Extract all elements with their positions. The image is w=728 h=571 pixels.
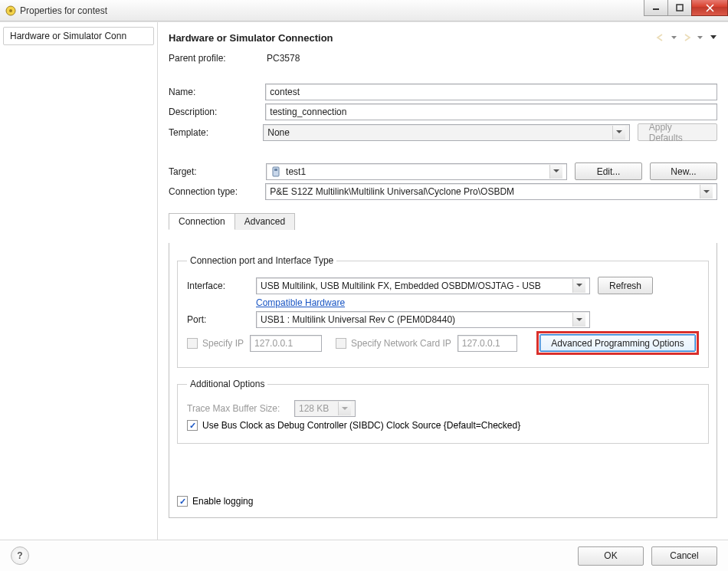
interface-select[interactable]: USB Multilink, USB Multilink FX, Embedde… <box>256 277 590 294</box>
name-label: Name: <box>169 87 257 97</box>
dialog-footer: ? OK Cancel <box>0 540 728 571</box>
window-maximize-button[interactable] <box>667 0 692 16</box>
compatible-hardware-link[interactable]: Compatible Hardware <box>256 297 345 308</box>
chevron-down-icon <box>549 165 562 179</box>
window-titlebar: Properties for contest <box>0 0 728 21</box>
template-value: None <box>267 127 290 138</box>
name-input[interactable] <box>265 84 717 100</box>
new-target-button[interactable]: New... <box>650 162 717 180</box>
template-select[interactable]: None <box>263 124 629 141</box>
help-button[interactable]: ? <box>11 546 29 565</box>
page-nav <box>654 31 717 44</box>
trace-buffer-value: 128 KB <box>299 403 329 414</box>
svg-line-4 <box>707 5 713 11</box>
svg-rect-6 <box>273 167 279 176</box>
description-input[interactable] <box>265 103 717 120</box>
page-title: Hardware or Simulator Connection <box>169 32 333 44</box>
additional-options-legend: Additional Options <box>187 379 267 389</box>
edit-target-button[interactable]: Edit... <box>575 162 642 180</box>
help-icon: ? <box>15 551 25 560</box>
parent-profile-label: Parent profile: <box>169 53 259 64</box>
svg-line-5 <box>707 5 713 11</box>
specify-nic-input <box>457 335 517 352</box>
ok-button[interactable]: OK <box>578 546 644 566</box>
connection-type-label: Connection type: <box>169 186 257 197</box>
nav-forward-button[interactable] <box>680 31 693 44</box>
chevron-down-icon <box>338 402 351 415</box>
port-value: USB1 : Multilink Universal Rev C (PEM0D8… <box>261 314 455 325</box>
chevron-down-icon <box>572 279 585 293</box>
enable-logging-checkbox[interactable] <box>177 496 188 507</box>
window-close-button[interactable] <box>691 0 728 16</box>
connection-type-select[interactable]: P&E S12Z Multilink\Multilink Universal\C… <box>265 183 717 200</box>
specify-nic-label: Specify Network Card IP <box>351 338 451 349</box>
svg-rect-3 <box>677 5 683 11</box>
enable-logging-option[interactable]: Enable logging <box>177 496 253 507</box>
tab-advanced[interactable]: Advanced <box>234 213 295 230</box>
apply-defaults-button: Apply Defaults <box>638 123 717 141</box>
trace-buffer-label: Trace Max Buffer Size: <box>187 403 287 414</box>
advanced-programming-highlight: Advanced Programming Options <box>536 331 699 355</box>
advanced-programming-button[interactable]: Advanced Programming Options <box>539 334 696 352</box>
target-select[interactable]: test1 <box>266 163 567 180</box>
additional-options-group: Additional Options Trace Max Buffer Size… <box>177 379 709 444</box>
chevron-down-icon <box>700 185 713 199</box>
bus-clock-checkbox[interactable] <box>187 420 198 431</box>
connection-type-value: P&E S12Z Multilink\Multilink Universal\C… <box>270 186 514 197</box>
chevron-down-icon <box>572 313 585 327</box>
window-minimize-button[interactable] <box>644 0 668 16</box>
specify-ip-option: Specify IP <box>187 338 244 349</box>
trace-buffer-select: 128 KB <box>294 400 356 417</box>
specify-ip-input <box>250 335 322 352</box>
specify-ip-checkbox <box>187 338 198 349</box>
nav-forward-dropdown[interactable] <box>696 34 703 41</box>
parent-profile-value: PC3578 <box>267 53 300 64</box>
connection-port-group: Connection port and Interface Type Inter… <box>177 255 709 368</box>
enable-logging-label: Enable logging <box>192 496 253 507</box>
specify-ip-label: Specify IP <box>202 338 244 349</box>
tab-panel: Connection port and Interface Type Inter… <box>169 243 717 518</box>
nav-back-dropdown[interactable] <box>670 34 677 41</box>
tab-connection[interactable]: Connection <box>169 213 235 230</box>
description-label: Description: <box>169 107 257 117</box>
port-select[interactable]: USB1 : Multilink Universal Rev C (PEM0D8… <box>256 311 590 328</box>
svg-point-1 <box>9 9 12 12</box>
port-label: Port: <box>187 314 248 325</box>
svg-text:?: ? <box>17 551 22 560</box>
template-label: Template: <box>169 127 255 138</box>
svg-rect-7 <box>274 169 277 171</box>
drive-icon <box>271 166 281 177</box>
connection-port-legend: Connection port and Interface Type <box>187 255 336 266</box>
bus-clock-label: Use Bus Clock as Debug Controller (SIBDC… <box>202 420 520 431</box>
specify-nic-checkbox <box>336 338 346 349</box>
category-tree: Hardware or Simulator Conn <box>0 22 158 540</box>
cancel-button[interactable]: Cancel <box>651 546 717 566</box>
category-item-label: Hardware or Simulator Conn <box>10 31 126 41</box>
target-value: test1 <box>286 166 306 177</box>
interface-value: USB Multilink, USB Multilink FX, Embedde… <box>261 281 541 291</box>
bus-clock-option[interactable]: Use Bus Clock as Debug Controller (SIBDC… <box>187 420 520 431</box>
refresh-button[interactable]: Refresh <box>598 277 653 294</box>
chevron-down-icon <box>612 126 625 139</box>
specify-nic-option: Specify Network Card IP <box>336 338 451 349</box>
interface-label: Interface: <box>187 281 248 291</box>
app-icon <box>5 5 17 17</box>
nav-back-button[interactable] <box>654 31 667 44</box>
window-title: Properties for contest <box>20 5 107 16</box>
category-item-hardware[interactable]: Hardware or Simulator Conn <box>3 27 154 45</box>
nav-menu-dropdown[interactable] <box>710 34 717 41</box>
target-label: Target: <box>169 166 258 177</box>
main-panel: Hardware or Simulator Connection <box>158 22 728 540</box>
